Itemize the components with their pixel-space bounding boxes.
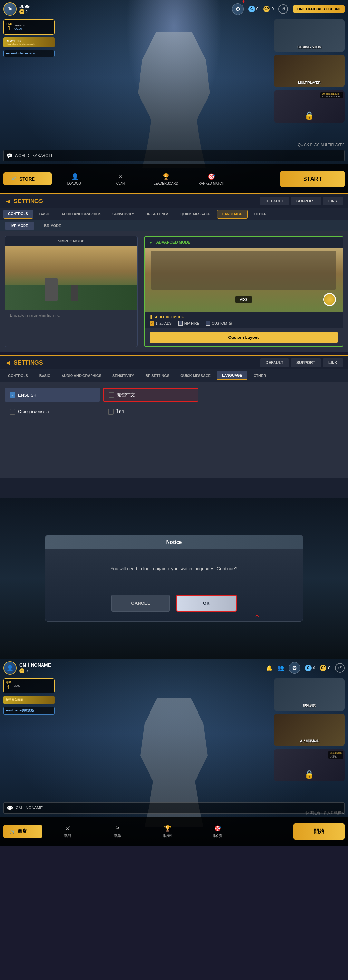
multiplayer-card[interactable]: MULTIPLAYER <box>274 55 345 87</box>
hip-fire-option[interactable]: HIP FIRE <box>178 321 199 326</box>
bp-bonus-cn[interactable]: Battle Pass獨家獎勵 <box>3 706 55 715</box>
basic-tab[interactable]: BASIC <box>35 210 55 218</box>
refresh-button[interactable]: ↺ <box>278 4 288 14</box>
audio-graphics-tab[interactable]: AUDIO AND GRAPHICS <box>57 210 106 218</box>
top-bar-right-cn: 🔔 👥 ⚙ C 0 GP 0 ↺ <box>266 662 345 674</box>
refresh-cn[interactable]: ↺ <box>335 663 345 673</box>
thai-checkbox[interactable] <box>108 409 114 415</box>
bottom-nav-cn: 🛒 商店 ⚔ 戰鬥 🏳 戰隊 🏆 排行榜 🎯 排位賽 開始 <box>0 817 348 846</box>
br-settings-tab[interactable]: BR SETTINGS <box>140 210 174 218</box>
gp-icon-cn: GP <box>320 665 326 671</box>
chinese-option[interactable]: 繁體中文 <box>103 388 198 402</box>
link-tab[interactable]: LINK <box>323 197 343 205</box>
custom-layout-button[interactable]: Custom Layout <box>149 332 338 343</box>
locked-card[interactable]: Unlock at Level 7 BATTLE ROYALE 🔒 <box>274 90 345 123</box>
chat-bar-cn[interactable]: 💬 CM丨NONAME <box>3 802 345 814</box>
c-val-cn: 0 <box>313 666 315 670</box>
bp-bonus-box[interactable]: BP Exclusive BONUS <box>3 50 55 57</box>
tier-label: TIER <box>6 22 12 25</box>
friends-icon[interactable]: 👥 <box>277 665 284 671</box>
english-option[interactable]: ✓ ENGLISH <box>5 388 100 402</box>
notification-icon[interactable]: 🔔 <box>266 665 273 671</box>
support-tab[interactable]: SUPPORT <box>291 197 321 205</box>
store-button-cn[interactable]: 🛒 商店 <box>3 825 42 838</box>
br-mode-tab[interactable]: BR MODE <box>38 222 67 229</box>
store-label-cn: 商店 <box>18 829 27 834</box>
rankings-nav-cn[interactable]: 🏆 排行榜 <box>143 825 192 838</box>
advanced-mode-label: ADVANCED MODE <box>156 240 191 245</box>
avatar-cn[interactable]: 👤 <box>3 661 17 675</box>
language-tab-lang[interactable]: LANGUAGE <box>217 371 247 380</box>
coming-soon-card[interactable]: COMING SOON <box>274 19 345 52</box>
1tap-checkbox[interactable]: ✓ <box>149 321 154 326</box>
sensitivity-tab[interactable]: SENSITIVITY <box>108 210 139 218</box>
team-nav-cn[interactable]: 🏳 戰隊 <box>94 825 142 838</box>
language-content: ✓ ENGLISH 繁體中文 Orang indonesia ไทย <box>0 382 348 478</box>
sensitivity-tab-lang[interactable]: SENSITIVITY <box>108 371 139 380</box>
locked-cn[interactable]: 等級7解鎖 大逃殺 🔒 <box>274 749 345 781</box>
settings-button[interactable]: ⚙ ↓ <box>232 3 243 15</box>
lock-overlay-cn: 等級7解鎖 大逃殺 <box>328 751 343 759</box>
indonesian-checkbox[interactable] <box>10 409 16 415</box>
start-button-cn[interactable]: 開始 <box>293 823 345 840</box>
1tap-ads-option[interactable]: ✓ 1-tap ADS <box>149 321 172 326</box>
custom-checkbox[interactable] <box>206 321 210 326</box>
ranked-nav-item[interactable]: 🎯 RANKED MATCH <box>189 173 233 185</box>
custom-gear-icon[interactable]: ⚙ <box>229 321 233 326</box>
english-checkbox[interactable]: ✓ <box>10 392 16 398</box>
basic-tab-lang[interactable]: BASIC <box>35 371 55 380</box>
coming-soon-cn[interactable]: 即將到來 <box>274 678 345 711</box>
chinese-checkbox[interactable] <box>109 392 114 398</box>
avatar[interactable]: Ju <box>3 2 17 16</box>
audio-tab-lang[interactable]: AUDIO AND GRAPHICS <box>57 371 106 380</box>
language-tab-highlighted[interactable]: LANGUAGE <box>217 210 248 219</box>
multiplayer-cn[interactable]: 多人對戰模式 <box>274 714 345 746</box>
link-account-button[interactable]: LINK OFFICIAL ACCOUNT <box>293 5 345 13</box>
other-tab[interactable]: OTHER <box>249 210 272 218</box>
settings-button-cn[interactable]: ⚙ <box>289 662 300 674</box>
default-tab-lang[interactable]: DEFAULT <box>260 358 289 367</box>
loadout-label: LOADOUT <box>67 182 83 185</box>
leaderboard-nav-item[interactable]: 🏆 LEADERBOARD <box>144 173 188 185</box>
top-bar: Ju Ju99 ● 2 ⚙ ↓ C 0 GP 0 <box>0 0 348 18</box>
ranked-nav-cn[interactable]: 🎯 排位賽 <box>193 825 242 838</box>
loadout-nav-item[interactable]: 👤 LOADOUT <box>53 173 97 185</box>
ok-button[interactable]: OK <box>176 595 237 611</box>
mp-mode-tab[interactable]: MP MODE <box>5 222 35 229</box>
indonesian-option[interactable]: Orang indonesia <box>5 405 100 418</box>
default-tab[interactable]: DEFAULT <box>260 197 289 205</box>
start-button[interactable]: START <box>280 171 345 187</box>
support-tab-lang[interactable]: SUPPORT <box>291 358 321 367</box>
mode-sub-label: BATTLE ROYALE <box>322 95 342 98</box>
back-arrow-icon[interactable]: ◄ <box>5 197 11 205</box>
battle-nav-cn[interactable]: ⚔ 戰鬥 <box>43 825 92 838</box>
limit-autofire-text: Limit autofire range when hip firing. <box>10 313 132 317</box>
back-arrow-icon-lang[interactable]: ◄ <box>5 359 11 366</box>
thai-label: ไทย <box>116 408 124 415</box>
notice-message: You will need to log in again if you swi… <box>58 565 290 572</box>
tier-cn: 賽季 1 <box>6 681 11 690</box>
chat-bar[interactable]: 💬 WORLD | KAKAROTI <box>3 150 345 161</box>
cancel-button[interactable]: CANCEL <box>111 595 170 611</box>
controls-tab-lang[interactable]: CONTROLS <box>3 371 33 380</box>
rewards-banner[interactable]: REWARDS New player login rewards <box>3 37 55 48</box>
clan-nav-item[interactable]: ⚔ CLAN <box>99 173 142 185</box>
gp-currency-value: 0 <box>271 7 273 11</box>
custom-option[interactable]: CUSTOM ⚙ <box>206 321 233 326</box>
ads-badge: ADS <box>235 296 252 303</box>
store-label: STORE <box>19 177 35 181</box>
controls-tab[interactable]: CONTROLS <box>3 210 33 219</box>
unlock-cn: 等級7解鎖 <box>330 751 342 755</box>
english-label: ENGLISH <box>18 393 37 398</box>
other-tab-lang[interactable]: OTHER <box>249 371 271 380</box>
br-settings-tab-lang[interactable]: BR SETTINGS <box>140 371 174 380</box>
quick-message-tab-lang[interactable]: QUICK MESSAGE <box>176 371 216 380</box>
link-tab-lang[interactable]: LINK <box>323 358 343 367</box>
thai-option[interactable]: ไทย <box>103 405 198 418</box>
hip-fire-checkbox[interactable] <box>178 321 183 326</box>
rewards-banner-cn[interactable]: 新手登入獎勵 <box>3 696 55 704</box>
ranked-icon-cn: 🎯 <box>213 825 222 832</box>
advanced-mode-header: ✓ ADVANCED MODE <box>145 237 343 248</box>
quick-message-tab[interactable]: QUICK MESSAGE <box>176 210 216 218</box>
store-button[interactable]: 🛒 STORE <box>3 172 52 185</box>
